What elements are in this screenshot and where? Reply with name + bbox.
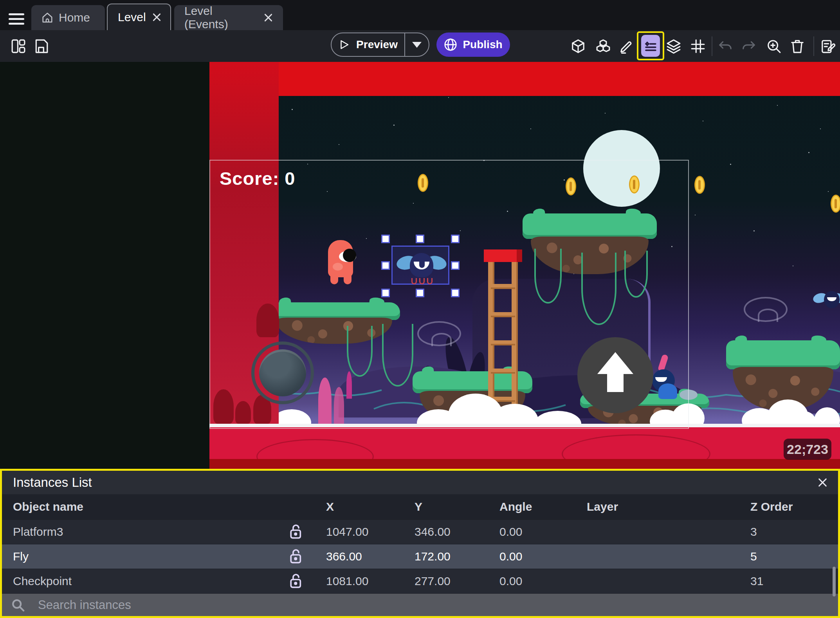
home-icon [41, 12, 53, 23]
score-text: Score: 0 [220, 168, 295, 189]
instances-table-header: Object name X Y Angle Layer Z Order [2, 494, 838, 519]
star [393, 125, 395, 126]
selection-handle[interactable] [416, 289, 424, 297]
zoom-in-icon[interactable] [766, 38, 782, 54]
star [808, 152, 809, 153]
tab-level-events[interactable]: Level (Events) [174, 5, 283, 30]
star [695, 215, 696, 215]
main-toolbar: Preview Publish [0, 30, 840, 62]
instance-row-platform3[interactable]: Platform3 1047.00 346.00 0.00 3 [2, 519, 838, 544]
instance-x[interactable]: 366.00 [326, 550, 415, 563]
play-icon [338, 39, 350, 51]
instance-name: Platform3 [2, 525, 289, 538]
game-scene: Score: 0 [209, 62, 840, 469]
ground-dark-band [209, 459, 840, 469]
star [339, 144, 339, 145]
coin-sprite[interactable] [629, 175, 640, 193]
grid-icon[interactable] [690, 38, 706, 54]
star [730, 164, 731, 165]
ground-red [209, 427, 840, 459]
panel-close-icon[interactable] [817, 477, 828, 488]
selection-handle[interactable] [451, 235, 460, 243]
object-3d-icon[interactable] [570, 38, 586, 54]
edit-pencil-icon[interactable] [618, 38, 635, 54]
instances-list-panel: Instances List Object name X Y Angle Lay… [0, 469, 840, 618]
publish-label: Publish [463, 38, 502, 51]
instance-y[interactable]: 172.00 [415, 550, 499, 563]
search-instances-input[interactable] [37, 598, 781, 613]
selection-handle[interactable] [416, 235, 424, 243]
instance-angle[interactable]: 0.00 [499, 550, 587, 563]
tab-level-events-label: Level (Events) [184, 4, 258, 31]
joystick-control[interactable] [251, 342, 314, 404]
star [605, 113, 606, 114]
save-icon[interactable] [33, 38, 49, 54]
star [777, 105, 778, 106]
tab-level-close-icon[interactable] [151, 12, 160, 22]
player-sprite[interactable] [328, 240, 353, 277]
preview-dropdown-button[interactable] [404, 33, 429, 56]
tab-level[interactable]: Level [107, 4, 171, 30]
instances-list-title: Instances List [13, 475, 92, 490]
caret-down-icon [412, 42, 422, 48]
eye-decoration [744, 297, 788, 322]
fly-enemy-sprite[interactable] [400, 253, 443, 281]
coin-sprite[interactable] [418, 174, 428, 192]
coin-sprite[interactable] [566, 177, 576, 195]
scene-editor-canvas[interactable]: Score: 0 [0, 62, 840, 469]
selection-handle[interactable] [381, 261, 390, 270]
layout-panels-icon[interactable] [10, 38, 27, 54]
up-arrow-icon [597, 352, 633, 374]
star [753, 230, 755, 231]
undo-icon[interactable] [717, 38, 734, 54]
fly-selection-rect[interactable] [391, 246, 449, 285]
search-instances-bar [2, 594, 838, 616]
delete-trash-icon[interactable] [789, 38, 806, 54]
selection-handle[interactable] [381, 289, 390, 297]
star [793, 266, 793, 266]
tab-home-label: Home [59, 11, 90, 24]
col-y: Y [415, 500, 499, 513]
coin-sprite[interactable] [831, 195, 840, 213]
tab-level-label: Level [118, 11, 146, 24]
panel-scrollbar[interactable] [833, 567, 836, 596]
jump-button-control[interactable] [577, 337, 653, 413]
coin-sprite[interactable] [694, 176, 705, 194]
unlock-icon[interactable] [289, 573, 326, 589]
instance-angle[interactable]: 0.00 [499, 575, 587, 588]
toolbar-divider [813, 36, 814, 56]
edit-properties-icon[interactable] [820, 38, 836, 54]
instance-y[interactable]: 346.00 [415, 525, 499, 538]
selection-handle[interactable] [381, 235, 390, 243]
instance-z-order[interactable]: 31 [750, 575, 838, 588]
instance-name: Checkpoint [2, 575, 289, 588]
instance-row-fly[interactable]: Fly 366.00 172.00 0.00 5 [2, 544, 838, 569]
instances-list-header: Instances List [2, 471, 838, 494]
instance-row-checkpoint[interactable]: Checkpoint 1081.00 277.00 0.00 31 [2, 569, 838, 593]
publish-button[interactable]: Publish [436, 33, 510, 57]
instance-x[interactable]: 1081.00 [326, 575, 415, 588]
tab-level-events-close-icon[interactable] [263, 13, 273, 23]
instance-z-order[interactable]: 3 [750, 525, 838, 538]
unlock-icon[interactable] [289, 549, 326, 564]
toolbar-divider [712, 36, 712, 56]
platform-far-right[interactable] [726, 340, 840, 409]
col-x: X [326, 500, 415, 513]
unlock-icon[interactable] [289, 524, 326, 540]
instance-angle[interactable]: 0.00 [499, 525, 587, 538]
star [820, 128, 821, 129]
layers-icon[interactable] [665, 38, 682, 54]
instance-x[interactable]: 1047.00 [326, 525, 415, 538]
objects-list-icon[interactable] [595, 38, 611, 54]
instances-list-icon[interactable] [641, 35, 660, 57]
bat-enemy-sprite[interactable] [815, 291, 840, 318]
selection-handle[interactable] [451, 261, 460, 270]
tab-home[interactable]: Home [31, 5, 105, 30]
selection-handle[interactable] [451, 289, 460, 297]
instance-y[interactable]: 277.00 [415, 575, 499, 588]
preview-button[interactable]: Preview [331, 33, 429, 57]
instance-z-order[interactable]: 5 [750, 550, 838, 563]
search-icon [11, 598, 25, 612]
hamburger-menu-icon[interactable] [9, 13, 24, 25]
redo-icon[interactable] [741, 38, 757, 54]
